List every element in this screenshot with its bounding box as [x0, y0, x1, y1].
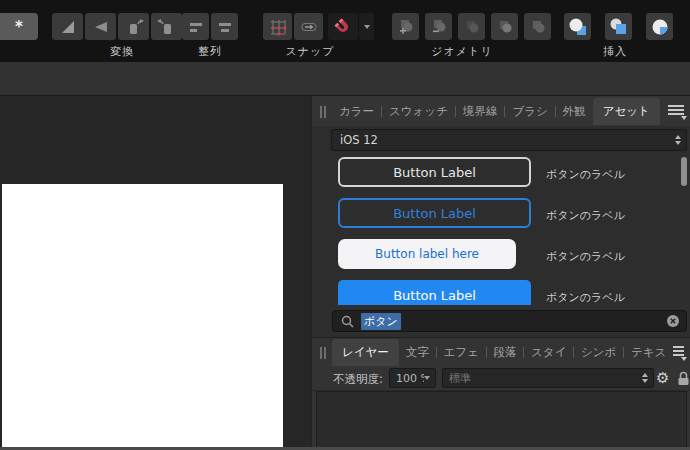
- move-snap-button[interactable]: [294, 13, 323, 40]
- geometry-combine-button[interactable]: [524, 13, 551, 40]
- canvas-area[interactable]: [0, 97, 311, 450]
- right-panel: カラー スウォッチ 境界線 ブラシ 外観 アセット iOS 12 Button …: [311, 96, 690, 450]
- search-value-selected: ボタン: [361, 313, 401, 330]
- flip-horizontal-button[interactable]: [85, 13, 116, 40]
- tab-brushes[interactable]: ブラシ: [505, 98, 554, 125]
- snap-options-dropdown[interactable]: [359, 13, 374, 40]
- artboard[interactable]: [2, 184, 283, 447]
- asset-search-row: ボタン: [312, 305, 690, 337]
- panel-menu-icon[interactable]: [668, 105, 684, 119]
- move-snap-icon: [299, 17, 319, 37]
- align-center-icon: [216, 18, 234, 36]
- asset-row[interactable]: Button Label ボタンのラベル: [312, 153, 690, 194]
- asset-list[interactable]: Button Label ボタンのラベル Button Label ボタンのラベ…: [312, 153, 690, 305]
- blend-mode-select[interactable]: 標準: [442, 368, 654, 388]
- rotate-cw-icon: [156, 16, 178, 38]
- opacity-label: 不透明度:: [333, 372, 383, 387]
- dropdown-caret-icon: [424, 376, 430, 380]
- asset-category-select[interactable]: iOS 12: [331, 129, 687, 151]
- asset-label: ボタンのラベル: [546, 167, 625, 182]
- geometry-intersect-button[interactable]: [458, 13, 485, 40]
- insert-behind-icon: [568, 17, 588, 37]
- align-left-icon: [187, 18, 205, 36]
- tab-assets[interactable]: アセット: [593, 98, 660, 125]
- align-left-button[interactable]: [182, 13, 209, 40]
- tab-effects[interactable]: エフェ: [436, 339, 485, 366]
- flip-vertical-icon: [58, 17, 78, 37]
- tab-color[interactable]: カラー: [332, 98, 381, 125]
- insert-inside-icon: [650, 17, 670, 37]
- geometry-subtract-icon: [430, 18, 448, 36]
- insert-on-top-button[interactable]: [605, 13, 632, 40]
- geometry-combine-icon: [529, 18, 547, 36]
- magnet-snap-toggle[interactable]: [328, 13, 358, 40]
- rotate-cw-button[interactable]: [151, 13, 182, 40]
- studio-tabbar-top: カラー スウォッチ 境界線 ブラシ 外観 アセット: [316, 98, 688, 125]
- grid-snap-button[interactable]: [263, 13, 292, 40]
- group-label-geometry: ジオメトリ: [427, 44, 497, 59]
- rotate-ccw-button[interactable]: [118, 13, 149, 40]
- tab-appearance[interactable]: 外観: [556, 98, 593, 125]
- panel-menu-icon[interactable]: [673, 346, 684, 360]
- layers-list-empty[interactable]: [316, 391, 687, 448]
- rotate-ccw-icon: [123, 16, 145, 38]
- lock-icon[interactable]: [677, 370, 690, 386]
- asset-label: ボタンのラベル: [546, 249, 625, 264]
- magnet-icon: [332, 16, 354, 38]
- tab-character[interactable]: 文字: [399, 339, 436, 366]
- geometry-divide-icon: [496, 18, 514, 36]
- insert-behind-button[interactable]: [564, 13, 591, 40]
- tab-stroke[interactable]: 境界線: [456, 98, 505, 125]
- blend-mode-value: 標準: [443, 371, 642, 386]
- studio-tabbar-bottom: レイヤー 文字 エフェ 段落 スタイ シンボ テキス: [316, 339, 688, 366]
- style-star-button[interactable]: *: [0, 13, 38, 40]
- asset-preview-button[interactable]: Button label here: [338, 239, 516, 269]
- geometry-add-icon: [397, 18, 415, 36]
- asset-list-scrollbar-thumb[interactable]: [681, 157, 687, 186]
- select-stepper-icon: [675, 135, 681, 145]
- geometry-subtract-button[interactable]: [425, 13, 452, 40]
- tab-swatches[interactable]: スウォッチ: [382, 98, 455, 125]
- insert-inside-button[interactable]: [646, 13, 673, 40]
- geometry-divide-button[interactable]: [491, 13, 518, 40]
- tab-layers[interactable]: レイヤー: [332, 339, 399, 366]
- flip-horizontal-icon: [91, 17, 111, 37]
- tab-text[interactable]: テキス: [624, 339, 673, 366]
- tab-symbols[interactable]: シンボ: [574, 339, 623, 366]
- group-label-snap: スナップ: [275, 44, 345, 59]
- asset-preview-button[interactable]: Button Label: [338, 157, 531, 187]
- asset-category-value: iOS 12: [332, 133, 675, 147]
- opacity-value: 100 %: [390, 372, 424, 385]
- assets-panel: iOS 12 Button Label ボタンのラベル Button Label…: [312, 126, 690, 337]
- group-label-transform: 変換: [87, 44, 157, 59]
- insert-on-top-icon: [609, 17, 629, 37]
- tab-paragraph[interactable]: 段落: [486, 339, 523, 366]
- align-center-button[interactable]: [211, 13, 238, 40]
- asset-preview-button[interactable]: Button Label: [338, 198, 531, 228]
- layers-panel: レイヤー 文字 エフェ 段落 スタイ シンボ テキス 不透明度: 100 % 標…: [312, 337, 690, 450]
- opacity-select[interactable]: 100 %: [389, 368, 436, 388]
- geometry-add-button[interactable]: [392, 13, 419, 40]
- search-icon: [340, 314, 355, 329]
- search-input[interactable]: ボタン: [332, 310, 687, 332]
- flip-vertical-button[interactable]: [52, 13, 83, 40]
- tab-styles[interactable]: スタイ: [524, 339, 573, 366]
- panel-drag-handle[interactable]: [320, 106, 326, 118]
- asset-label: ボタンのラベル: [546, 290, 625, 305]
- panel-drag-handle[interactable]: [320, 347, 326, 359]
- asset-label: ボタンのラベル: [546, 208, 625, 223]
- main-toolbar: * 変換 整列: [0, 0, 690, 62]
- asset-row[interactable]: Button Label ボタンのラベル: [312, 276, 690, 305]
- group-label-insert: 挿入: [585, 44, 645, 59]
- opacity-row: 不透明度: 100 % 標準 ⚙: [312, 365, 690, 391]
- asset-row[interactable]: Button label here ボタンのラベル: [312, 235, 690, 276]
- clear-search-icon[interactable]: [666, 314, 680, 328]
- group-label-align: 整列: [180, 44, 240, 59]
- snap-options-caret-icon: [364, 25, 370, 29]
- context-toolbar: [0, 62, 690, 96]
- grid-snap-icon: [268, 17, 288, 37]
- asset-preview-button[interactable]: Button Label: [338, 280, 531, 305]
- gear-icon[interactable]: ⚙: [656, 368, 669, 388]
- star-icon: *: [15, 18, 23, 36]
- asset-row[interactable]: Button Label ボタンのラベル: [312, 194, 690, 235]
